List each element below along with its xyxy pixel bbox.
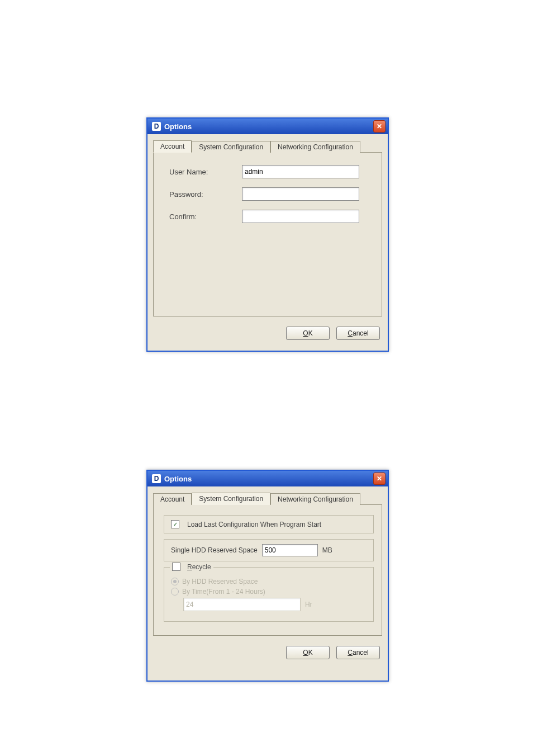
cancel-button[interactable]: Cancel	[336, 646, 380, 659]
ok-button[interactable]: OK	[286, 646, 330, 659]
confirm-input[interactable]	[242, 210, 359, 223]
confirm-label: Confirm:	[169, 212, 242, 221]
load-last-label: Load Last Configuration When Program Sta…	[187, 521, 321, 528]
recycle-checkbox[interactable]	[172, 563, 180, 571]
tab-panel: Load Last Configuration When Program Sta…	[153, 504, 382, 636]
recycle-by-space-label: By HDD Reserved Space	[182, 578, 258, 585]
tab-networking-configuration[interactable]: Networking Configuration	[270, 493, 360, 505]
load-last-group: Load Last Configuration When Program Sta…	[164, 515, 374, 533]
cancel-button[interactable]: Cancel	[336, 327, 380, 340]
close-icon[interactable]: ✕	[373, 472, 386, 485]
close-icon[interactable]: ✕	[373, 120, 386, 133]
recycle-time-unit: Hr	[305, 601, 312, 608]
hdd-reserve-group: Single HDD Reserved Space MB	[164, 539, 374, 561]
recycle-options: By HDD Reserved Space By Time(From 1 - 2…	[171, 578, 367, 611]
tabstrip: Account System Configuration Networking …	[147, 486, 388, 504]
user-name-label: User Name:	[169, 168, 242, 176]
hdd-reserve-unit: MB	[322, 546, 332, 554]
system-config-panel: Load Last Configuration When Program Sta…	[154, 505, 382, 635]
titlebar[interactable]: D Options ✕	[147, 471, 388, 486]
app-icon: D	[152, 474, 161, 483]
titlebar[interactable]: D Options ✕	[147, 119, 388, 134]
tab-system-configuration[interactable]: System Configuration	[192, 141, 270, 153]
tab-system-configuration[interactable]: System Configuration	[192, 493, 270, 505]
tabstrip: Account System Configuration Networking …	[147, 134, 388, 152]
recycle-by-time-radio	[171, 588, 179, 596]
tab-panel: User Name: Password: Confirm:	[153, 152, 382, 316]
recycle-title: Recycle	[187, 563, 211, 571]
options-dialog-system: D Options ✕ Account System Configuration…	[146, 470, 389, 682]
window-title: Options	[164, 475, 373, 483]
tab-networking-configuration[interactable]: Networking Configuration	[270, 141, 360, 153]
account-panel: User Name: Password: Confirm:	[154, 153, 382, 316]
hdd-reserve-input[interactable]	[262, 544, 318, 556]
load-last-checkbox[interactable]	[171, 520, 179, 528]
tab-account[interactable]: Account	[153, 493, 192, 505]
dialog-button-row: OK Cancel	[147, 322, 388, 347]
app-icon: D	[152, 122, 161, 131]
recycle-group: Recycle By HDD Reserved Space By Time(Fr…	[164, 567, 374, 622]
recycle-by-time-label: By Time(From 1 - 24 Hours)	[182, 588, 265, 596]
password-input[interactable]	[242, 187, 359, 201]
hdd-reserve-label: Single HDD Reserved Space	[171, 546, 258, 554]
recycle-by-space-radio	[171, 578, 179, 585]
ok-button[interactable]: OK	[286, 327, 330, 340]
window-title: Options	[164, 122, 373, 131]
password-label: Password:	[169, 190, 242, 199]
dialog-button-row: OK Cancel	[147, 641, 388, 666]
recycle-time-input	[183, 598, 301, 611]
user-name-input[interactable]	[242, 165, 359, 178]
options-dialog-account: D Options ✕ Account System Configuration…	[146, 117, 389, 352]
tab-account[interactable]: Account	[153, 140, 192, 153]
